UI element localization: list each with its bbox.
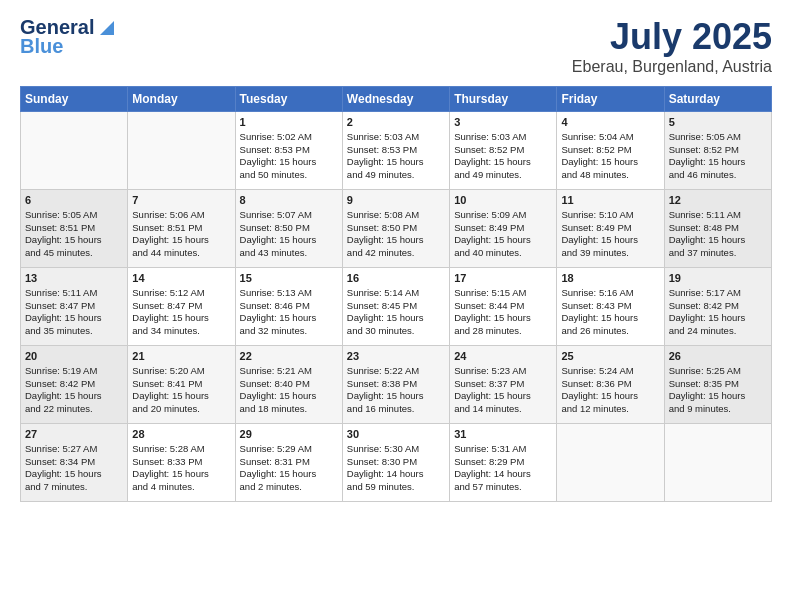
day-info-line: Daylight: 15 hours: [25, 312, 123, 325]
day-info-line: Daylight: 15 hours: [669, 390, 767, 403]
table-row: 19Sunrise: 5:17 AMSunset: 8:42 PMDayligh…: [664, 268, 771, 346]
table-row: 25Sunrise: 5:24 AMSunset: 8:36 PMDayligh…: [557, 346, 664, 424]
day-info-line: Sunset: 8:52 PM: [669, 144, 767, 157]
day-info-line: Sunrise: 5:21 AM: [240, 365, 338, 378]
table-row: 15Sunrise: 5:13 AMSunset: 8:46 PMDayligh…: [235, 268, 342, 346]
day-info-line: Daylight: 15 hours: [347, 312, 445, 325]
day-info-line: Daylight: 15 hours: [454, 156, 552, 169]
day-info-line: Sunrise: 5:24 AM: [561, 365, 659, 378]
day-info-line: Sunset: 8:41 PM: [132, 378, 230, 391]
day-number: 31: [454, 427, 552, 442]
day-info-line: and 34 minutes.: [132, 325, 230, 338]
day-info-line: Sunset: 8:42 PM: [669, 300, 767, 313]
day-info-line: Daylight: 15 hours: [240, 234, 338, 247]
day-info-line: Daylight: 15 hours: [561, 312, 659, 325]
logo-wrapper: General Blue: [20, 16, 114, 58]
day-info-line: Daylight: 14 hours: [454, 468, 552, 481]
table-row: 1Sunrise: 5:02 AMSunset: 8:53 PMDaylight…: [235, 112, 342, 190]
day-info-line: Sunrise: 5:13 AM: [240, 287, 338, 300]
day-info-line: and 28 minutes.: [454, 325, 552, 338]
table-row: [557, 424, 664, 502]
day-info-line: Daylight: 15 hours: [132, 390, 230, 403]
day-number: 23: [347, 349, 445, 364]
day-info-line: Daylight: 15 hours: [132, 468, 230, 481]
table-row: [128, 112, 235, 190]
day-info-line: and 2 minutes.: [240, 481, 338, 494]
day-info-line: Sunset: 8:43 PM: [561, 300, 659, 313]
day-info-line: Sunrise: 5:28 AM: [132, 443, 230, 456]
day-info-line: Sunrise: 5:04 AM: [561, 131, 659, 144]
day-info-line: Daylight: 15 hours: [347, 234, 445, 247]
day-info-line: Sunrise: 5:03 AM: [454, 131, 552, 144]
day-number: 16: [347, 271, 445, 286]
title-block: July 2025 Eberau, Burgenland, Austria: [572, 16, 772, 76]
day-info-line: Daylight: 15 hours: [669, 312, 767, 325]
table-row: 31Sunrise: 5:31 AMSunset: 8:29 PMDayligh…: [450, 424, 557, 502]
calendar-week-row: 27Sunrise: 5:27 AMSunset: 8:34 PMDayligh…: [21, 424, 772, 502]
calendar-table: Sunday Monday Tuesday Wednesday Thursday…: [20, 86, 772, 502]
day-number: 14: [132, 271, 230, 286]
day-number: 18: [561, 271, 659, 286]
calendar-week-row: 6Sunrise: 5:05 AMSunset: 8:51 PMDaylight…: [21, 190, 772, 268]
logo-blue: Blue: [20, 35, 114, 58]
day-info-line: and 26 minutes.: [561, 325, 659, 338]
table-row: 14Sunrise: 5:12 AMSunset: 8:47 PMDayligh…: [128, 268, 235, 346]
day-info-line: Daylight: 15 hours: [132, 234, 230, 247]
day-number: 1: [240, 115, 338, 130]
day-info-line: Sunrise: 5:08 AM: [347, 209, 445, 222]
calendar-title: July 2025: [572, 16, 772, 58]
day-info-line: and 46 minutes.: [669, 169, 767, 182]
day-info-line: Daylight: 15 hours: [132, 312, 230, 325]
day-info-line: Sunset: 8:49 PM: [561, 222, 659, 235]
day-info-line: and 30 minutes.: [347, 325, 445, 338]
day-info-line: Sunrise: 5:25 AM: [669, 365, 767, 378]
day-info-line: Sunrise: 5:06 AM: [132, 209, 230, 222]
day-info-line: Daylight: 15 hours: [454, 312, 552, 325]
table-row: 20Sunrise: 5:19 AMSunset: 8:42 PMDayligh…: [21, 346, 128, 424]
table-row: 5Sunrise: 5:05 AMSunset: 8:52 PMDaylight…: [664, 112, 771, 190]
day-info-line: Sunset: 8:35 PM: [669, 378, 767, 391]
day-info-line: Sunset: 8:50 PM: [347, 222, 445, 235]
day-info-line: Sunset: 8:53 PM: [347, 144, 445, 157]
day-info-line: Sunset: 8:46 PM: [240, 300, 338, 313]
day-info-line: Daylight: 15 hours: [669, 156, 767, 169]
day-info-line: Daylight: 14 hours: [347, 468, 445, 481]
day-info-line: Daylight: 15 hours: [25, 234, 123, 247]
day-number: 19: [669, 271, 767, 286]
day-info-line: and 32 minutes.: [240, 325, 338, 338]
day-info-line: and 57 minutes.: [454, 481, 552, 494]
header-tuesday: Tuesday: [235, 87, 342, 112]
day-info-line: Daylight: 15 hours: [561, 234, 659, 247]
table-row: 2Sunrise: 5:03 AMSunset: 8:53 PMDaylight…: [342, 112, 449, 190]
table-row: 22Sunrise: 5:21 AMSunset: 8:40 PMDayligh…: [235, 346, 342, 424]
day-info-line: and 42 minutes.: [347, 247, 445, 260]
day-number: 17: [454, 271, 552, 286]
day-info-line: and 35 minutes.: [25, 325, 123, 338]
day-info-line: Sunset: 8:33 PM: [132, 456, 230, 469]
day-info-line: Sunset: 8:47 PM: [132, 300, 230, 313]
table-row: [664, 424, 771, 502]
day-info-line: Sunset: 8:48 PM: [669, 222, 767, 235]
table-row: 26Sunrise: 5:25 AMSunset: 8:35 PMDayligh…: [664, 346, 771, 424]
day-number: 12: [669, 193, 767, 208]
day-info-line: Sunset: 8:34 PM: [25, 456, 123, 469]
header-thursday: Thursday: [450, 87, 557, 112]
day-info-line: and 37 minutes.: [669, 247, 767, 260]
logo: General Blue: [20, 16, 114, 58]
day-info-line: Sunrise: 5:29 AM: [240, 443, 338, 456]
day-info-line: Daylight: 15 hours: [347, 390, 445, 403]
header-monday: Monday: [128, 87, 235, 112]
day-info-line: and 16 minutes.: [347, 403, 445, 416]
day-info-line: and 40 minutes.: [454, 247, 552, 260]
day-info-line: Daylight: 15 hours: [561, 390, 659, 403]
svg-marker-0: [100, 21, 114, 35]
day-number: 24: [454, 349, 552, 364]
day-info-line: Sunrise: 5:31 AM: [454, 443, 552, 456]
day-number: 29: [240, 427, 338, 442]
table-row: [21, 112, 128, 190]
day-number: 20: [25, 349, 123, 364]
day-info-line: Daylight: 15 hours: [561, 156, 659, 169]
day-info-line: Daylight: 15 hours: [669, 234, 767, 247]
day-info-line: and 20 minutes.: [132, 403, 230, 416]
logo-triangle-icon: [96, 19, 114, 37]
